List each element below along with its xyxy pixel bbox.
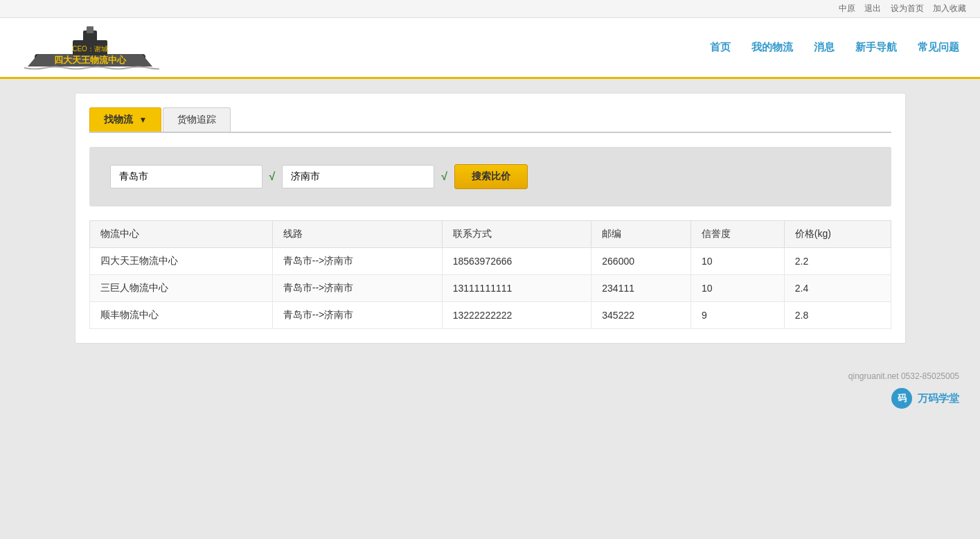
table-row: 四大天王物流中心青岛市-->济南市18563972666266000102.2	[89, 248, 891, 275]
top-bar: 中原 退出 设为首页 加入收藏	[0, 0, 980, 18]
footer-logo-text: 万码学堂	[918, 392, 959, 405]
svg-text:CEO：谢城: CEO：谢城	[72, 45, 108, 53]
table-cell-2: 13222222222	[442, 302, 591, 329]
nav-home[interactable]: 首页	[710, 41, 731, 54]
nav-guide[interactable]: 新手导航	[855, 41, 897, 54]
footer: qingruanit.net 0532-85025005 码 万码学堂	[0, 357, 980, 423]
logo-ship-svg: 四大天王物流中心 CEO：谢城	[21, 25, 159, 70]
search-button[interactable]: 搜索比价	[454, 164, 528, 189]
header: 四大天王物流中心 CEO：谢城 首页 我的物流 消息 新手导航 常见问题	[0, 18, 980, 79]
topbar-favorite[interactable]: 加入收藏	[933, 3, 966, 13]
nav-mylogistics[interactable]: 我的物流	[751, 41, 793, 54]
from-check-icon: √	[269, 170, 276, 183]
table-cell-2: 18563972666	[442, 248, 591, 275]
table-cell-2: 13111111111	[442, 275, 591, 302]
topbar-zhongyuan[interactable]: 中原	[839, 3, 855, 13]
col-credit: 信誉度	[691, 221, 784, 248]
table-cell-3: 266000	[591, 248, 691, 275]
table-cell-5: 2.4	[784, 275, 891, 302]
table-row: 三巨人物流中心青岛市-->济南市13111111111234111102.4	[89, 275, 891, 302]
main-nav: 首页 我的物流 消息 新手导航 常见问题	[710, 41, 959, 54]
footer-text: qingruanit.net 0532-85025005	[21, 371, 959, 381]
table-row: 顺丰物流中心青岛市-->济南市1322222222234522292.8	[89, 302, 891, 329]
search-to-input[interactable]	[282, 165, 434, 188]
tabs: 找物流 ▼ 货物追踪	[89, 107, 891, 133]
to-check-icon: √	[441, 170, 447, 183]
tab-tracking[interactable]: 货物追踪	[163, 107, 231, 132]
footer-logo: 码 万码学堂	[21, 388, 959, 409]
main-content: 找物流 ▼ 货物追踪 √ √ 搜索比价 物流中心 线路 联系方式 邮编 信誉度 …	[75, 93, 906, 344]
table-cell-1: 青岛市-->济南市	[272, 302, 442, 329]
col-zip: 邮编	[591, 221, 691, 248]
col-phone: 联系方式	[442, 221, 591, 248]
search-from-input[interactable]	[110, 165, 262, 188]
footer-logo-icon: 码	[891, 388, 912, 409]
table-cell-4: 10	[691, 248, 784, 275]
table-cell-3: 345222	[591, 302, 691, 329]
nav-messages[interactable]: 消息	[814, 41, 835, 54]
table-cell-3: 234111	[591, 275, 691, 302]
col-route: 线路	[272, 221, 442, 248]
results-table: 物流中心 线路 联系方式 邮编 信誉度 价格(kg) 四大天王物流中心青岛市--…	[89, 220, 891, 329]
tab-findlogistics[interactable]: 找物流 ▼	[89, 107, 162, 132]
table-cell-1: 青岛市-->济南市	[272, 275, 442, 302]
table-cell-5: 2.8	[784, 302, 891, 329]
table-cell-0: 顺丰物流中心	[89, 302, 272, 329]
col-center: 物流中心	[89, 221, 272, 248]
table-cell-5: 2.2	[784, 248, 891, 275]
table-cell-4: 10	[691, 275, 784, 302]
logo-area: 四大天王物流中心 CEO：谢城	[21, 25, 159, 70]
svg-text:四大天王物流中心: 四大天王物流中心	[54, 55, 127, 65]
col-price: 价格(kg)	[784, 221, 891, 248]
table-cell-0: 三巨人物流中心	[89, 275, 272, 302]
nav-faq[interactable]: 常见问题	[918, 41, 959, 54]
topbar-homepage[interactable]: 设为首页	[891, 3, 924, 13]
table-cell-4: 9	[691, 302, 784, 329]
tab-arrow-icon: ▼	[139, 115, 147, 125]
svg-rect-4	[87, 26, 93, 33]
table-header-row: 物流中心 线路 联系方式 邮编 信誉度 价格(kg)	[89, 221, 891, 248]
topbar-logout[interactable]: 退出	[864, 3, 881, 13]
table-cell-0: 四大天王物流中心	[89, 248, 272, 275]
logo-block: 四大天王物流中心 CEO：谢城	[21, 25, 159, 70]
search-area: √ √ 搜索比价	[89, 147, 891, 206]
table-cell-1: 青岛市-->济南市	[272, 248, 442, 275]
